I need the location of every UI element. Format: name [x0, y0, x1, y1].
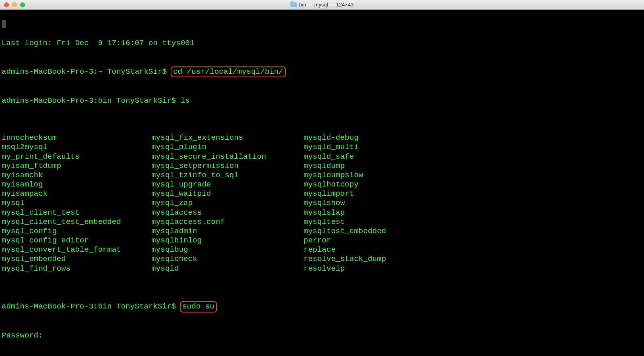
ls-item: mysqld: [151, 264, 303, 273]
terminal-window: bin — mysql — 124×43 Last login: Fri Dec…: [0, 0, 644, 356]
ls-row: mysql_client_testmysqlaccessmysqlslap: [2, 208, 642, 217]
ls-item: mysqlshow: [303, 199, 642, 208]
ls-row: myisamchkmysql_tzinfo_to_sqlmysqldumpslo…: [2, 171, 642, 180]
ls-item: mysql_convert_table_format: [2, 245, 151, 255]
ls-item: mysql_waitpid: [151, 189, 303, 199]
ls-item: my_print_defaults: [2, 152, 151, 161]
ls-row: mysql_client_test_embeddedmysqlaccess.co…: [2, 217, 642, 227]
ls-item: mysqld_multi: [303, 143, 642, 152]
ls-item: mysqld-debug: [303, 133, 642, 143]
ls-item: resolveip: [303, 264, 642, 273]
prompt-text: admins-MacBook-Pro-3:~ TonyStarkSir$: [2, 67, 171, 76]
ls-item: myisamlog: [2, 180, 151, 189]
traffic-lights: [4, 2, 25, 7]
ls-item: mysqltest_embedded: [303, 227, 642, 236]
ls-item: mysql_fix_extensions: [151, 133, 303, 143]
ls-item: mysqlaccess: [151, 208, 303, 217]
output-line: Password:: [2, 331, 642, 340]
ls-item: myisampack: [2, 189, 151, 199]
ls-item: resolve_stack_dump: [303, 255, 642, 264]
ls-output: innochecksummysql_fix_extensionsmysqld-d…: [2, 133, 642, 273]
output-line: admins-MacBook-Pro-3:bin TonyStarkSir$ s…: [2, 301, 642, 312]
ls-row: innochecksummysql_fix_extensionsmysqld-d…: [2, 133, 642, 143]
ls-item: replace: [303, 245, 642, 255]
minimize-button[interactable]: [12, 2, 17, 7]
ls-item: mysqlimport: [303, 189, 642, 199]
ls-row: myisam_ftdumpmysql_setpermissionmysqldum…: [2, 161, 642, 171]
ls-item: mysqlhotcopy: [303, 180, 642, 189]
ls-row: mysqlmysql_zapmysqlshow: [2, 199, 642, 208]
ls-item: mysql_upgrade: [151, 180, 303, 189]
window-title-text: bin — mysql — 124×43: [299, 2, 353, 8]
ls-item: perror: [303, 236, 642, 245]
ls-item: mysqltest: [303, 217, 642, 227]
ls-item: mysqlbinlog: [151, 236, 303, 245]
ls-row: mysql_convert_table_formatmysqlbugreplac…: [2, 245, 642, 255]
ls-item: mysql_tzinfo_to_sql: [151, 171, 303, 180]
ls-item: mysql_client_test_embedded: [2, 217, 151, 227]
ls-row: mysql_embeddedmysqlcheckresolve_stack_du…: [2, 255, 642, 264]
ls-item: mysql_config: [2, 227, 151, 236]
ls-item: mysqladmin: [151, 227, 303, 236]
ls-row: myisampackmysql_waitpidmysqlimport: [2, 189, 642, 199]
ls-item: mysqldump: [303, 161, 642, 171]
ls-item: innochecksum: [2, 133, 151, 143]
ls-item: mysql_find_rows: [2, 264, 151, 273]
ls-row: msql2mysqlmysql_pluginmysqld_multi: [2, 143, 642, 152]
cursor: [2, 20, 6, 28]
ls-item: mysql_embedded: [2, 255, 151, 264]
ls-item: mysqld_safe: [303, 152, 642, 161]
highlighted-command: sudo su: [180, 301, 217, 312]
ls-item: mysql_config_editor: [2, 236, 151, 245]
ls-item: msql2mysql: [2, 143, 151, 152]
ls-item: mysql: [2, 199, 151, 208]
output-line: Last login: Fri Dec 9 17:16:07 on ttys00…: [2, 39, 642, 48]
ls-item: myisam_ftdump: [2, 161, 151, 171]
ls-item: mysql_zap: [151, 199, 303, 208]
ls-item: mysql_plugin: [151, 143, 303, 152]
output-line: admins-MacBook-Pro-3:bin TonyStarkSir$ l…: [2, 96, 642, 106]
ls-item: mysqlcheck: [151, 255, 303, 264]
titlebar[interactable]: bin — mysql — 124×43: [0, 0, 644, 10]
window-title: bin — mysql — 124×43: [290, 2, 353, 8]
ls-item: mysqldumpslow: [303, 171, 642, 180]
ls-item: mysql_client_test: [2, 208, 151, 217]
prompt-text: admins-MacBook-Pro-3:bin TonyStarkSir$: [2, 302, 181, 311]
ls-item: mysqlbug: [151, 245, 303, 255]
folder-icon: [290, 2, 297, 7]
ls-row: myisamlogmysql_upgrademysqlhotcopy: [2, 180, 642, 189]
ls-row: mysql_configmysqladminmysqltest_embedded: [2, 227, 642, 236]
ls-item: mysql_secure_installation: [151, 152, 303, 161]
terminal-content[interactable]: Last login: Fri Dec 9 17:16:07 on ttys00…: [0, 10, 644, 356]
ls-item: mysql_setpermission: [151, 161, 303, 171]
highlighted-command: cd /usr/local/mysql/bin/: [171, 66, 286, 77]
ls-row: mysql_config_editormysqlbinlogperror: [2, 236, 642, 245]
ls-item: mysqlaccess.conf: [151, 217, 303, 227]
ls-item: myisamchk: [2, 171, 151, 180]
output-line: admins-MacBook-Pro-3:~ TonyStarkSir$ cd …: [2, 66, 642, 77]
close-button[interactable]: [4, 2, 9, 7]
ls-item: mysqlslap: [303, 208, 642, 217]
ls-row: my_print_defaultsmysql_secure_installati…: [2, 152, 642, 161]
zoom-button[interactable]: [20, 2, 25, 7]
ls-row: mysql_find_rowsmysqldresolveip: [2, 264, 642, 273]
